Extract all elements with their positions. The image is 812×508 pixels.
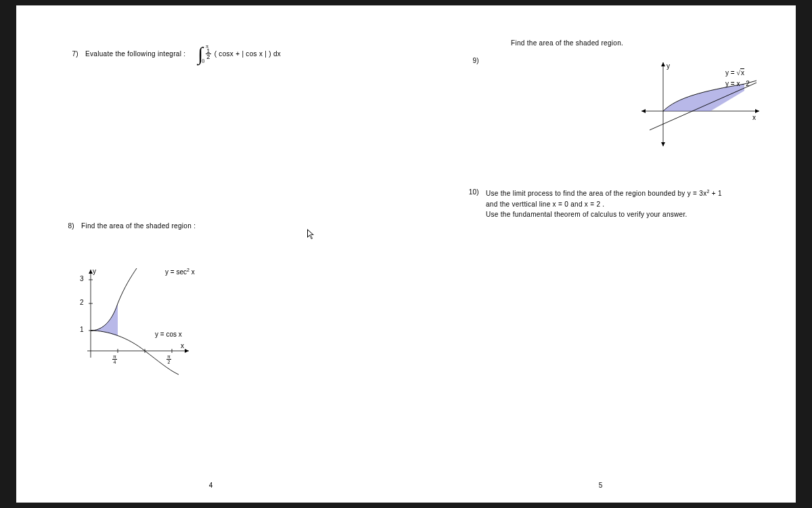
axis-y-label: y: [93, 268, 96, 275]
page-number: 4: [16, 482, 406, 489]
q8-curve1-label: y = sec2 x: [165, 268, 195, 276]
fraction: 1 2: [206, 48, 210, 60]
q9-curve1-label: y = √x: [725, 69, 744, 77]
q8-curve2-label: y = cos x: [155, 331, 182, 338]
svg-line-10: [650, 83, 757, 130]
upper-bound: π: [206, 45, 208, 49]
lower-bound: 0: [202, 60, 204, 64]
q9-plot: [636, 57, 765, 152]
q9-header: Find the area of the shaded region.: [511, 39, 623, 47]
x-tick-pi2: π 2: [166, 354, 171, 364]
integral-body: ( cosx + | cos x | ) dx: [215, 50, 281, 58]
cursor-icon: [307, 229, 315, 240]
problem-number: 8): [61, 222, 74, 230]
q9-figure: y x: [636, 57, 765, 152]
integral-sign-icon: ∫ π 0: [196, 47, 204, 61]
problem-text: Use the limit process to find the area o…: [486, 188, 777, 220]
y-tick-2: 2: [80, 299, 84, 306]
problem-7: 7) Evaluate the following integral : ∫ π…: [65, 47, 390, 61]
document-spread: 7) Evaluate the following integral : ∫ π…: [16, 5, 796, 503]
page-right: Find the area of the shaded region. 9) y: [406, 5, 796, 503]
axis-x-label: x: [752, 114, 756, 121]
problem-text: Evaluate the following integral :: [85, 50, 185, 58]
axis-y-label: y: [667, 62, 670, 70]
x-tick-pi4: π 4: [112, 354, 117, 364]
integral-expression: ∫ π 0 1 2 ( cosx + | cos x | ) dx: [196, 47, 281, 61]
fraction-den: 2: [206, 54, 210, 60]
problem-number: 7): [65, 50, 78, 58]
page-left: 7) Evaluate the following integral : ∫ π…: [16, 5, 406, 503]
problem-10: 10) Use the limit process to find the ar…: [466, 188, 777, 220]
problem-text: Find the area of the shaded region :: [81, 222, 196, 230]
problem-9: 9): [466, 57, 479, 64]
y-tick-1: 1: [80, 326, 84, 333]
axis-x-label: x: [181, 342, 184, 350]
page-number: 5: [406, 482, 796, 489]
y-tick-3: 3: [80, 275, 84, 282]
q8-plot: [70, 263, 206, 378]
q9-curve2-label: y = x - 2: [725, 80, 750, 87]
problem-number: 10): [466, 188, 479, 220]
problem-number: 9): [466, 57, 479, 64]
q8-figure: 3 2 1 y x π 4 π 2: [70, 263, 206, 378]
problem-8: 8) Find the area of the shaded region :: [61, 222, 196, 230]
